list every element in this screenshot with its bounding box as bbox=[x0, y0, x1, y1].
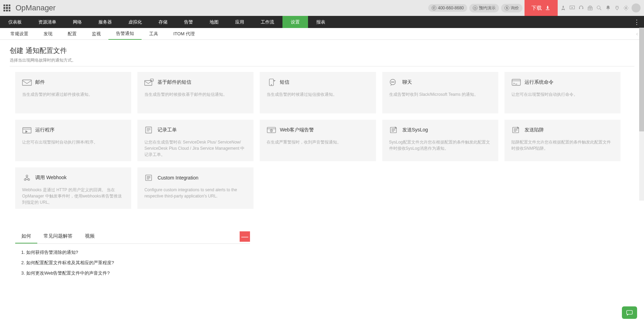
card-mail[interactable]: 邮件 当生成告警的时候通过邮件接收通知。 bbox=[15, 72, 131, 113]
card-title: Web客户端告警 bbox=[280, 127, 314, 133]
card-desc: 当生成告警的时候接收基于邮件的短信通知。 bbox=[144, 91, 247, 98]
nav-item-9[interactable]: 工作流 bbox=[252, 16, 282, 28]
nav-more-icon[interactable]: ⋮ bbox=[629, 18, 644, 26]
card-head: 发送陷阱 bbox=[511, 126, 614, 134]
card-chat[interactable]: 聊天 生成告警时收到 Slack/Microsoft Teams 的通知。 bbox=[382, 72, 498, 113]
card-webhook[interactable]: 调用 Webhook Webhooks 是通过 HTTP 的用户定义的回调。 当… bbox=[15, 167, 131, 209]
logo: OpManager bbox=[16, 3, 56, 12]
sub-item-0[interactable]: 常规设置 bbox=[3, 28, 36, 40]
rocket-icon[interactable] bbox=[560, 4, 567, 11]
phone-icon bbox=[267, 78, 276, 86]
card-custom[interactable]: Custom Integration Configure custom inte… bbox=[137, 167, 253, 209]
svg-rect-13 bbox=[512, 79, 521, 85]
command-icon bbox=[511, 78, 521, 86]
sub-nav-prev-icon[interactable]: ‹ bbox=[636, 31, 638, 37]
presentation-icon[interactable] bbox=[569, 4, 576, 11]
card-title: 邮件 bbox=[35, 79, 45, 85]
gear-icon[interactable] bbox=[623, 4, 629, 11]
plug-icon[interactable] bbox=[614, 4, 621, 11]
nav-item-8[interactable]: 应用 bbox=[227, 16, 252, 28]
nav-item-3[interactable]: 服务器 bbox=[90, 16, 120, 28]
card-desc: 让您可在出现警报时自动执行命令。 bbox=[511, 91, 614, 98]
card-head: 基于邮件的短信 bbox=[144, 78, 247, 86]
sub-item-2[interactable]: 配置 bbox=[60, 28, 84, 40]
svg-point-8 bbox=[271, 84, 272, 85]
sub-item-6[interactable]: ITOM 代理 bbox=[166, 28, 202, 40]
sub-item-1[interactable]: 发现 bbox=[36, 28, 60, 40]
card-desc: Configure custom integrations to send al… bbox=[144, 187, 247, 199]
card-grid: 邮件 当生成告警的时候通过邮件接收通知。 基于邮件的短信 当生成告警的时候接收基… bbox=[15, 72, 621, 209]
nav-item-0[interactable]: 仪表板 bbox=[0, 16, 30, 28]
card-title: 短信 bbox=[280, 79, 289, 85]
card-web-alert[interactable]: Web客户端告警 在生成严重警报时，收到声音警报通知。 bbox=[260, 120, 376, 161]
nav-item-6[interactable]: 告警 bbox=[176, 16, 201, 28]
phone-pill[interactable]: ✆ 400-660-8680 bbox=[428, 4, 467, 12]
main-nav: 仪表板资源清单网络服务器虚拟化存储告警地图应用工作流设置报表 ⋮ bbox=[0, 16, 644, 28]
card-title: 基于邮件的短信 bbox=[157, 79, 191, 85]
card-syslog[interactable]: 发送SysLog SysLog配置文件允许您在根据配置的条件触发此配置文件时接收… bbox=[382, 120, 498, 161]
nav-item-5[interactable]: 存储 bbox=[150, 16, 176, 28]
svg-rect-14 bbox=[23, 128, 31, 133]
bell-icon[interactable] bbox=[605, 4, 612, 11]
nav-item-1[interactable]: 资源清单 bbox=[30, 16, 65, 28]
card-head: 记录工单 bbox=[144, 126, 247, 134]
quote-pill[interactable]: $ 询价 bbox=[501, 4, 522, 12]
card-title: 调用 Webhook bbox=[35, 175, 67, 181]
help-tab-1[interactable]: 常见问题解答 bbox=[37, 230, 79, 243]
help-item-0[interactable]: 如何获得告警清除的通知? bbox=[26, 249, 250, 256]
nav-item-7[interactable]: 地图 bbox=[201, 16, 227, 28]
card-command[interactable]: 运行系统命令 让您可在出现警报时自动执行命令。 bbox=[504, 72, 621, 113]
svg-point-10 bbox=[391, 82, 392, 82]
nav-item-11[interactable]: 报表 bbox=[308, 16, 334, 28]
card-head: 运行程序 bbox=[22, 126, 124, 134]
card-title: 运行程序 bbox=[35, 127, 55, 133]
avatar[interactable] bbox=[632, 3, 641, 12]
svg-point-18 bbox=[271, 130, 272, 131]
program-icon bbox=[22, 126, 32, 134]
card-trap[interactable]: 发送陷阱 陷阱配置文件允许您在根据配置的条件触发此配置文件时接收SNMP陷阱。 bbox=[504, 120, 621, 161]
help-tab-0[interactable]: 如何 bbox=[15, 230, 37, 243]
scrollbar[interactable] bbox=[639, 28, 644, 201]
nav-item-2[interactable]: 网络 bbox=[65, 16, 90, 28]
sub-nav: 常规设置发现配置监视告警通知工具ITOM 代理 ‹ › bbox=[0, 28, 644, 40]
nav-item-10[interactable]: 设置 bbox=[282, 16, 308, 28]
search-icon[interactable] bbox=[596, 4, 603, 11]
web-alert-icon bbox=[267, 126, 276, 134]
card-title: 发送陷阱 bbox=[525, 127, 544, 133]
card-desc: 当生成告警的时候通过短信接收通知。 bbox=[267, 91, 369, 98]
headset-icon[interactable] bbox=[578, 4, 585, 11]
card-head: Custom Integration bbox=[144, 174, 247, 182]
card-program[interactable]: 运行程序 让您可在出现警报时自动执行脚本/程序。 bbox=[15, 120, 131, 161]
apps-grid-icon[interactable] bbox=[3, 4, 10, 11]
nav-item-4[interactable]: 虚拟化 bbox=[120, 16, 150, 28]
sub-item-5[interactable]: 工具 bbox=[142, 28, 166, 40]
demo-pill[interactable]: ◷ 预约演示 bbox=[469, 4, 499, 12]
card-ticket[interactable]: 记录工单 让您在生成告警时在 ServiceDesk Plus/ Service… bbox=[137, 120, 253, 161]
syslog-icon bbox=[389, 126, 399, 134]
help-item-1[interactable]: 如何配置配置文件标准及其相应的严重程度? bbox=[26, 260, 250, 266]
card-phone[interactable]: 短信 当生成告警的时候通过短信接收通知。 bbox=[260, 72, 376, 113]
help-tab-2[interactable]: 视频 bbox=[79, 230, 101, 243]
page-subtitle: 选择当出现网络故障时的通知方式。 bbox=[10, 57, 634, 63]
card-desc: 生成告警时收到 Slack/Microsoft Teams 的通知。 bbox=[389, 91, 491, 98]
header-right: ✆ 400-660-8680 ◷ 预约演示 $ 询价 下载 bbox=[428, 0, 641, 16]
ticket-icon bbox=[144, 126, 154, 134]
card-mail-sms[interactable]: 基于邮件的短信 当生成告警的时候接收基于邮件的短信通知。 bbox=[137, 72, 253, 113]
card-head: 邮件 bbox=[22, 78, 124, 86]
card-head: 运行系统命令 bbox=[511, 78, 614, 86]
phone-text: 400-660-8680 bbox=[438, 6, 464, 10]
sub-item-4[interactable]: 告警通知 bbox=[108, 28, 142, 40]
card-title: 记录工单 bbox=[157, 127, 177, 133]
webhook-icon bbox=[22, 174, 32, 182]
sub-item-3[interactable]: 监视 bbox=[84, 28, 108, 40]
help-section: 如何常见问题解答视频 — 如何获得告警清除的通知?如何配置配置文件标准及其相应的… bbox=[15, 230, 250, 276]
page-title: 创建 通知配置文件 bbox=[10, 46, 634, 55]
help-collapse-button[interactable]: — bbox=[240, 231, 250, 242]
download-button[interactable]: 下载 bbox=[525, 0, 558, 16]
help-item-2[interactable]: 如何更改Web告警配置文件中的声音文件? bbox=[26, 270, 250, 276]
help-tabs: 如何常见问题解答视频 — bbox=[15, 230, 250, 244]
card-head: Web客户端告警 bbox=[267, 126, 369, 134]
gift-icon[interactable] bbox=[587, 4, 594, 11]
card-desc: 让您在生成告警时在 ServiceDesk Plus/ ServiceNow/ … bbox=[144, 139, 247, 158]
content: 创建 通知配置文件 选择当出现网络故障时的通知方式。 邮件 当生成告警的时候通过… bbox=[0, 40, 644, 287]
